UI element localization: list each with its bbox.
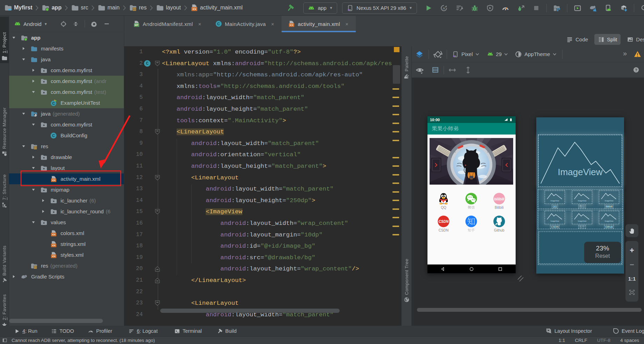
tree-chevron-right-icon[interactable] xyxy=(31,155,36,159)
code-line-14[interactable]: 14 android:layout_height="250dp"> xyxy=(124,195,401,206)
device-menu[interactable]: Pixel xyxy=(452,51,479,58)
apply-changes-button[interactable]: A xyxy=(439,3,449,13)
breadcrumb-item-res[interactable]: res xyxy=(129,4,147,12)
blueprint-imageview-cell[interactable]: ImageView xyxy=(572,211,592,224)
code-line-16[interactable]: 16 android:layout_width="wrap_content" xyxy=(124,218,401,229)
tree-chevron-down-icon[interactable] xyxy=(31,122,36,127)
zoom-out-button[interactable]: − xyxy=(630,261,634,268)
warning-stripe-mark[interactable] xyxy=(392,114,399,115)
fold-open-icon[interactable] xyxy=(155,175,160,181)
gradle-sync-button[interactable] xyxy=(588,3,598,13)
stripe-tab-component-tree[interactable]: Component Tree xyxy=(402,242,412,305)
tree-row-com.demo.myfirst[interactable]: com.demo.myfirst(andr xyxy=(9,76,124,87)
tree-row-com.demo.myfirst[interactable]: com.demo.myfirst xyxy=(9,119,124,130)
overflow-actions-button[interactable]: » xyxy=(623,49,626,57)
code-line-1[interactable]: 1<?xml version="1.0" encoding="utf-8"?> xyxy=(124,46,401,58)
warning-stripe-mark[interactable] xyxy=(392,97,399,98)
warning-stripe-mark[interactable] xyxy=(392,183,399,184)
code-line-19[interactable]: 19 android:src="@drawable/bg" xyxy=(124,252,401,263)
tree-row-layout[interactable]: layout xyxy=(9,163,124,173)
tool-window-button-profiler[interactable]: Profiler xyxy=(88,328,112,334)
tree-row-styles.xml[interactable]: <> styles.xml xyxy=(9,249,124,260)
tree-chevron-down-icon[interactable] xyxy=(21,111,26,116)
code-line-20[interactable]: 20 android:layout_height="wrap_content"/… xyxy=(124,263,401,275)
fold-close-icon[interactable] xyxy=(155,266,160,272)
code-line-23[interactable]: 23 <LinearLayout xyxy=(124,297,401,309)
editor-vscrollbar[interactable] xyxy=(393,65,400,84)
design-canvas[interactable]: 10:00 xyxy=(412,78,644,326)
stripe-tab-build-variants[interactable]: Build Variants xyxy=(0,215,9,285)
project-structure-button[interactable] xyxy=(552,3,562,13)
warning-stripe-mark[interactable] xyxy=(392,234,399,235)
device-preview[interactable]: 10:00 xyxy=(427,116,516,273)
run-config-selector[interactable]: app▼ xyxy=(303,2,337,14)
fold-open-icon[interactable] xyxy=(155,129,160,135)
blueprint-imageview-cell[interactable]: ImageView xyxy=(545,191,565,204)
blueprint-imageview-cell[interactable]: ImageView xyxy=(572,191,592,204)
breadcrumb-item-main[interactable]: main xyxy=(98,4,120,12)
tree-row-java[interactable]: java(generated) xyxy=(9,108,124,119)
run-button[interactable] xyxy=(423,3,434,13)
tool-window-button-event-log[interactable]: Event Log xyxy=(613,328,644,334)
settings-button[interactable] xyxy=(91,20,98,27)
wechat-icon[interactable] xyxy=(465,192,477,205)
tree-row-manifests[interactable]: manifests xyxy=(9,43,124,54)
app-shortcut-知乎[interactable] xyxy=(461,215,482,232)
project-view-selector[interactable]: Android ▼ xyxy=(14,20,48,27)
code-line-13[interactable]: 13 android:layout_width="match_parent" xyxy=(124,183,401,195)
tree-row-exampleunittest[interactable]: C ExampleUnitTest xyxy=(9,97,124,108)
app-shortcut-Bilibili[interactable]: bilibili Bilibili xyxy=(489,192,510,209)
close-icon[interactable]: × xyxy=(271,21,274,27)
view-options-button[interactable] xyxy=(416,66,424,74)
breadcrumb-item-app[interactable]: app xyxy=(42,4,61,12)
breadcrumb-item-src[interactable]: src xyxy=(71,4,88,12)
hide-panel-button[interactable] xyxy=(103,20,110,27)
blueprint-mode-button[interactable] xyxy=(432,66,439,74)
code-line-15[interactable]: 15 <ImageView xyxy=(124,206,401,218)
tree-chevron-right-icon[interactable] xyxy=(12,274,16,279)
app-shortcut-Github[interactable]: Github xyxy=(489,215,510,232)
indent-setting[interactable]: 4 spaces xyxy=(620,338,639,343)
blueprint-imageview-cell[interactable]: ImageView xyxy=(599,211,619,224)
stop-button[interactable] xyxy=(531,3,542,13)
stripe-tab-1-project[interactable]: 1: Project xyxy=(0,17,9,63)
warning-stripe-mark[interactable] xyxy=(392,165,399,167)
mode-code-button[interactable]: Code xyxy=(563,34,592,45)
zoom-fit-button[interactable] xyxy=(629,289,635,296)
code-editor[interactable]: 1<?xml version="1.0" encoding="utf-8"?>2… xyxy=(124,46,401,326)
tree-row-com.demo.myfirst[interactable]: com.demo.myfirst(test) xyxy=(9,87,124,97)
tool-window-button-6-logcat[interactable]: 6: Logcat xyxy=(128,328,158,334)
code-line-6[interactable]: 6 android:layout_height="match_parent" xyxy=(124,103,401,115)
code-line-17[interactable]: 17 android:layout_margin="10dp" xyxy=(124,229,401,241)
warning-icon[interactable] xyxy=(634,50,641,58)
help-button[interactable]: ? xyxy=(633,67,639,73)
stripe-tab-2-favorites[interactable]: 2: Favorites xyxy=(0,286,9,330)
blueprint-imageview-cell[interactable]: ImageView xyxy=(545,211,565,224)
warning-stripe-mark[interactable] xyxy=(392,88,399,90)
warning-stripe-mark[interactable] xyxy=(392,191,399,193)
tree-chevron-right-icon[interactable] xyxy=(41,209,45,214)
tool-window-button-build[interactable]: Build xyxy=(217,328,236,334)
warning-stripe-mark[interactable] xyxy=(392,105,399,107)
code-line-10[interactable]: 10 android:orientation="vertical" xyxy=(124,149,401,160)
debug-button[interactable] xyxy=(469,3,480,13)
tab-AndroidManifest.xml[interactable]: MFAndroidManifest.xml× xyxy=(127,16,209,32)
blueprint-imageview-cell[interactable]: ImageView xyxy=(599,191,619,204)
code-line-18[interactable]: 18 android:id="@+id/image_bg" xyxy=(124,240,401,252)
theme-menu[interactable]: AppTheme xyxy=(515,51,556,58)
sdk-manager-button[interactable] xyxy=(618,3,629,13)
nav-home-icon[interactable] xyxy=(469,267,474,271)
tree-chevron-down-icon[interactable] xyxy=(31,90,36,94)
warning-stripe-mark[interactable] xyxy=(392,157,399,158)
code-line-2[interactable]: 2C<LinearLayout xmlns:android="http://sc… xyxy=(124,58,401,69)
tree-row-activity_main.xml[interactable]: <> activity_main.xml xyxy=(9,173,124,184)
close-icon[interactable]: × xyxy=(345,21,348,27)
run-window-button[interactable] xyxy=(572,3,583,13)
app-shortcut-QQ[interactable]: QQ xyxy=(433,192,454,209)
tree-chevron-down-icon[interactable] xyxy=(31,187,36,192)
tool-window-button-todo[interactable]: TODO xyxy=(51,328,74,334)
tool-window-button-layout-inspector[interactable]: Layout Inspector xyxy=(546,328,592,334)
tree-row-strings.xml[interactable]: <> strings.xml xyxy=(9,239,124,249)
related-class-icon[interactable]: C xyxy=(143,60,151,67)
orientation-h-button[interactable] xyxy=(448,66,456,74)
